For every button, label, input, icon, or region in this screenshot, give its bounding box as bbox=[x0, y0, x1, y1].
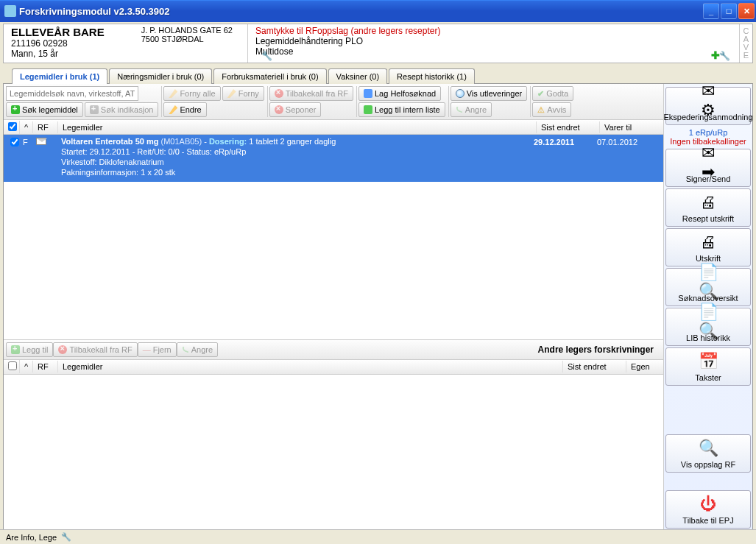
lag-helfo-button[interactable]: Lag Helfosøknad bbox=[358, 86, 441, 101]
soknadsoversikt-button[interactable]: 📄🔍 Søknadsoversikt bbox=[665, 268, 751, 306]
lower-toolbar: Legg til Tilbakekall fra RF —Fjern Angre… bbox=[4, 339, 663, 360]
utskrift-button[interactable]: 🖨 Utskrift bbox=[665, 228, 751, 266]
row-line2: Startet: 29.12.2011 - Reit/Utl: 0/0 - St… bbox=[61, 146, 534, 157]
lib-historikk-button[interactable]: 📄🔍 LIB historikk bbox=[665, 308, 751, 346]
magnify-icon bbox=[456, 89, 464, 98]
lower-header-egen[interactable]: Egen bbox=[626, 361, 663, 372]
tab-legemidler[interactable]: Legemidler i bruk (1) bbox=[12, 68, 107, 84]
tilbakekall-rf-button[interactable]: Tilbakekall fra RF bbox=[269, 86, 353, 101]
address-line1: J. P. HOLANDS GATE 62 bbox=[141, 26, 233, 35]
header-sort[interactable]: ^ bbox=[20, 121, 33, 133]
envelope-send-icon: ✉➡ bbox=[696, 152, 720, 173]
lower-header-sort[interactable]: ^ bbox=[20, 361, 33, 372]
recall-icon bbox=[275, 89, 283, 98]
row-flag: F bbox=[23, 136, 36, 177]
forny-alle-button[interactable]: Forny alle bbox=[163, 86, 220, 101]
printer-icon: 🖨 bbox=[696, 232, 720, 252]
status-text: Are Info, Lege bbox=[6, 533, 57, 542]
right-panel: ✉⚙ Ekspederingsanmodning 1 eRp/uRp Ingen… bbox=[664, 84, 752, 531]
lower-header-checkbox[interactable] bbox=[4, 360, 20, 373]
window-title: Forskrivningsmodul v2.3.50.3902 bbox=[19, 6, 702, 17]
row-rf bbox=[36, 136, 61, 177]
forny-button[interactable]: Forny bbox=[222, 86, 264, 101]
pencil-icon bbox=[169, 89, 177, 98]
resept-utskrift-button[interactable]: 🖨 Resept utskrift bbox=[665, 188, 751, 227]
legg-intern-button[interactable]: Legg til intern liste bbox=[358, 102, 445, 117]
plus-icon bbox=[11, 105, 20, 114]
stop-icon bbox=[275, 105, 283, 114]
row-line4: Pakningsinformasjon: 1 x 20 stk bbox=[61, 167, 534, 177]
tabs: Legemidler i bruk (1) Næringsmidler i br… bbox=[3, 68, 753, 83]
undo-icon bbox=[455, 106, 463, 113]
helfo-icon bbox=[364, 89, 372, 98]
patient-age: Mann, 15 år bbox=[11, 49, 105, 59]
pencil-icon bbox=[227, 89, 236, 98]
minimize-button[interactable]: _ bbox=[703, 3, 719, 19]
titlebar: Forskrivningsmodul v2.3.50.3902 _ □ ✕ bbox=[0, 0, 756, 22]
avvis-button[interactable]: ⚠Avvis bbox=[532, 102, 571, 117]
tab-vaksiner[interactable]: Vaksiner (0) bbox=[328, 68, 387, 84]
wrench-icon-2[interactable]: 🔧 bbox=[719, 51, 730, 61]
tab-forbruksmateriell[interactable]: Forbruksmateriell i bruk (0) bbox=[213, 68, 326, 84]
main-content: Søk legemiddel Søk indikasjon Forny alle… bbox=[3, 83, 753, 532]
lower-header-legemidler[interactable]: Legemidler bbox=[58, 361, 563, 372]
godta-button[interactable]: ✔Godta bbox=[532, 86, 573, 101]
column-headers: ^ RF Legemidler Sist endret Varer til bbox=[4, 120, 663, 135]
magnify-plus-icon: 🔍 bbox=[696, 438, 720, 459]
lower-header-rf[interactable]: RF bbox=[33, 361, 58, 372]
document-search-icon: 📄🔍 bbox=[696, 311, 720, 332]
header-checkbox[interactable] bbox=[4, 121, 20, 134]
plus-icon bbox=[90, 105, 99, 114]
tilbakekall-rf-lower-button[interactable]: Tilbakekall fra RF bbox=[53, 342, 137, 357]
seponer-button[interactable]: Seponer bbox=[269, 102, 322, 117]
cave-column: CAVE bbox=[739, 24, 752, 63]
tilbake-epj-button[interactable]: ⏻ Tilbake til EPJ bbox=[665, 490, 751, 529]
patient-id: 211196 02928 bbox=[11, 38, 105, 49]
row-varer-til: 07.01.2012 bbox=[597, 136, 660, 177]
plus-icon bbox=[11, 345, 20, 354]
list-icon bbox=[364, 105, 372, 114]
vis-utleveringer-button[interactable]: Vis utleveringer bbox=[451, 86, 528, 101]
lower-header-sist-endret[interactable]: Sist endret bbox=[563, 361, 626, 372]
header-rf[interactable]: RF bbox=[33, 121, 58, 133]
patient-name: ELLEVEÅR BARE bbox=[11, 26, 105, 38]
signer-send-button[interactable]: ✉➡ Signer/Send bbox=[665, 149, 751, 187]
angre-lower-button[interactable]: Angre bbox=[177, 342, 218, 357]
header-legemidler[interactable]: Legemidler bbox=[58, 121, 537, 133]
wrench-icon[interactable]: 🔧 bbox=[261, 51, 272, 61]
row-checkbox[interactable] bbox=[7, 136, 23, 177]
row-line3: Virkestoff: Diklofenaknatrium bbox=[61, 157, 534, 167]
notice-multidose: Multidose bbox=[255, 46, 440, 57]
lower-column-headers: ^ RF Legemidler Sist endret Egen bbox=[4, 360, 663, 375]
legg-til-button[interactable]: Legg til bbox=[6, 342, 53, 357]
tab-resept-historikk[interactable]: Resept historikk (1) bbox=[389, 68, 475, 84]
empty-list-area bbox=[4, 182, 663, 339]
envelope-icon bbox=[36, 138, 46, 145]
sok-indikasjon-button[interactable]: Søk indikasjon bbox=[85, 102, 159, 117]
sok-legemiddel-button[interactable]: Søk legemiddel bbox=[6, 102, 83, 117]
ekspederingsanmodning-button[interactable]: ✉⚙ Ekspederingsanmodning bbox=[665, 87, 751, 125]
printer-icon: 🖨 bbox=[696, 192, 720, 213]
app-icon bbox=[4, 5, 16, 17]
lower-section-title: Andre legers forskrivninger bbox=[218, 345, 661, 355]
notice-consent: Samtykke til RFoppslag (andre legers res… bbox=[255, 26, 440, 36]
maximize-button[interactable]: □ bbox=[721, 3, 737, 19]
wrench-icon[interactable]: 🔧 bbox=[61, 532, 71, 542]
angre-button[interactable]: Angre bbox=[451, 102, 492, 117]
row-body: Voltaren Enterotab 50 mg (M01AB05) - Dos… bbox=[61, 136, 534, 177]
takster-button[interactable]: 📅 Takster bbox=[665, 347, 751, 386]
envelope-gear-icon: ✉⚙ bbox=[696, 91, 720, 111]
search-input[interactable] bbox=[6, 86, 138, 101]
fjern-button[interactable]: —Fjern bbox=[138, 342, 177, 357]
header-varer-til[interactable]: Varer til bbox=[600, 121, 663, 133]
address-line2: 7500 STJØRDAL bbox=[141, 35, 233, 43]
power-icon: ⏻ bbox=[696, 494, 720, 515]
undo-icon bbox=[181, 346, 189, 353]
vis-oppslag-rf-button[interactable]: 🔍 Vis oppslag RF bbox=[665, 434, 751, 473]
tab-naeringsmidler[interactable]: Næringsmidler i bruk (0) bbox=[109, 68, 212, 84]
header-sist-endret[interactable]: Sist endret bbox=[537, 121, 600, 133]
prescription-row[interactable]: F Voltaren Enterotab 50 mg (M01AB05) - D… bbox=[4, 135, 663, 182]
patient-header: ELLEVEÅR BARE 211196 02928 Mann, 15 år J… bbox=[3, 24, 753, 63]
endre-button[interactable]: Endre bbox=[163, 102, 206, 117]
close-button[interactable]: ✕ bbox=[738, 3, 755, 19]
